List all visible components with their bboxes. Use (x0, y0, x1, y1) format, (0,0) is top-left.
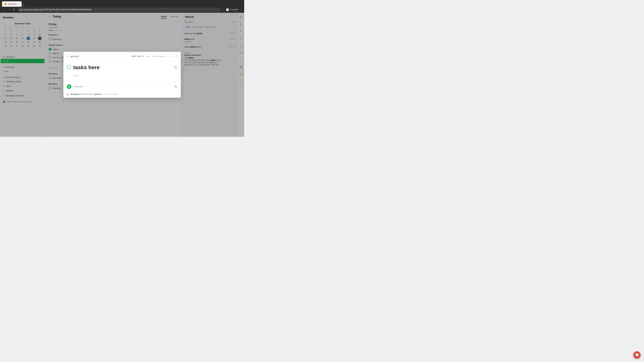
modal-header: # general Start: Dec 17 Due Add subtasks… (64, 52, 181, 60)
modal-comment-area: B 📎 (64, 82, 181, 91)
modal-due-label[interactable]: Due (146, 55, 150, 57)
modal-more-btn[interactable]: ··· (167, 55, 169, 58)
comment-input[interactable] (73, 85, 172, 88)
tab-close-btn[interactable]: ✕ (18, 3, 19, 5)
back-button[interactable]: ← (2, 8, 6, 12)
clock-icon[interactable]: 🕐 (174, 65, 178, 69)
activity-icon: ▦ (67, 93, 69, 96)
task-title[interactable]: tasks here (73, 64, 172, 70)
address-bar: ← → ↻ app.sunsama.com/group/170257010401… (0, 7, 244, 13)
activity-text: Moodjoy A created this in general (70, 93, 102, 95)
activity-date: Dec 15, 12:38 AM (104, 93, 118, 95)
new-tab-button[interactable]: + (22, 4, 26, 7)
task-notes-placeholder[interactable]: Notes... (67, 73, 178, 78)
url-bar[interactable]: app.sunsama.com/group/17025701040136170?… (18, 7, 221, 12)
modal-add-subtasks-btn[interactable]: Add subtasks (152, 55, 165, 57)
modal-hash-icon: # (67, 54, 68, 58)
activity-content: Moodjoy A created this in general Dec 15… (70, 93, 118, 95)
activity-user: Moodjoy A (70, 93, 81, 95)
tab-favicon (4, 3, 7, 5)
modal-body: ✓ tasks here 🕐 Notes... (64, 60, 181, 82)
activity-channel: general (94, 93, 102, 95)
modal-channel-label: general (70, 55, 79, 58)
task-complete-button[interactable]: ✓ (67, 65, 71, 69)
modal-close-btn[interactable]: ✕ (175, 55, 178, 58)
modal-start-date: Start: Dec 17 (132, 55, 144, 57)
browser-chrome: Sunsama ✕ + (0, 0, 244, 7)
modal-overlay[interactable]: # general Start: Dec 17 Due Add subtasks… (0, 13, 244, 137)
modal-expand-btn[interactable]: ⤢ (171, 55, 173, 58)
incognito-label: Incognito (230, 8, 238, 11)
active-tab[interactable]: Sunsama ✕ (2, 1, 22, 7)
menu-icon[interactable]: ⋮ (240, 8, 242, 11)
star-icon[interactable]: ☆ (222, 8, 225, 11)
browser-tabs: Sunsama ✕ + (2, 0, 26, 7)
modal-activity: ▦ Moodjoy A created this in general Dec … (64, 91, 181, 98)
attach-icon[interactable]: 📎 (174, 85, 178, 88)
window-icon[interactable]: ⬜ (226, 8, 229, 11)
comment-avatar: B (67, 84, 72, 89)
nav-buttons: ← → ↻ (2, 8, 16, 12)
checkmark-icon: ✓ (68, 66, 70, 68)
tab-label: Sunsama (8, 3, 16, 5)
address-icons: ☆ ⬜ Incognito ⋮ (222, 8, 242, 11)
avatar-initials: B (68, 85, 70, 88)
task-title-row: ✓ tasks here 🕐 (67, 64, 178, 70)
modal-actions: Start: Dec 17 Due Add subtasks ··· ⤢ ✕ (132, 55, 178, 58)
forward-button[interactable]: → (7, 8, 12, 12)
task-modal: # general Start: Dec 17 Due Add subtasks… (64, 52, 181, 97)
refresh-button[interactable]: ↻ (12, 8, 16, 12)
url-text: app.sunsama.com/group/17025701040136170?… (20, 8, 92, 11)
